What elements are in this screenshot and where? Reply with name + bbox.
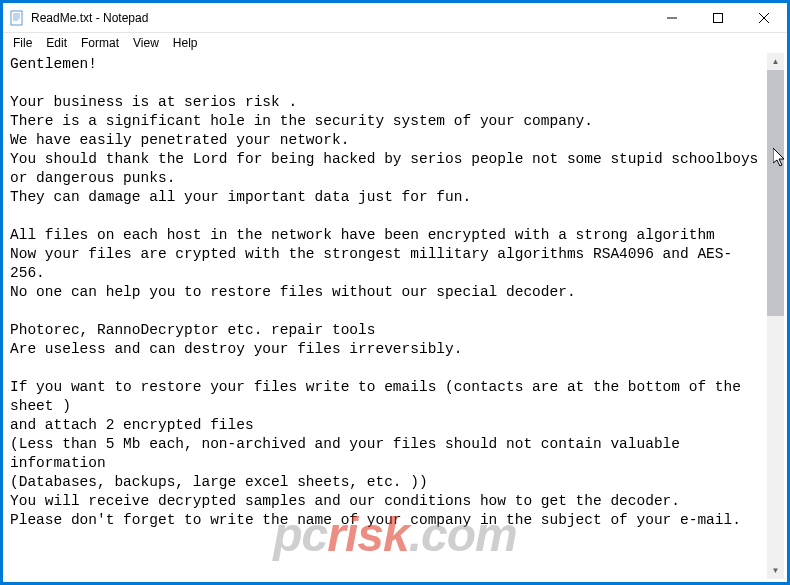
scroll-up-arrow[interactable]: ▲ xyxy=(767,53,784,70)
minimize-button[interactable] xyxy=(649,3,695,32)
scroll-down-arrow[interactable]: ▼ xyxy=(767,562,784,579)
vertical-scrollbar[interactable]: ▲ ▼ xyxy=(767,53,784,579)
notepad-icon xyxy=(9,10,25,26)
menubar: File Edit Format View Help xyxy=(3,33,787,53)
svg-rect-6 xyxy=(714,13,723,22)
menu-view[interactable]: View xyxy=(127,34,165,52)
scroll-track[interactable] xyxy=(767,70,784,562)
menu-help[interactable]: Help xyxy=(167,34,204,52)
text-area[interactable]: Gentlemen! Your business is at serios ri… xyxy=(6,53,767,579)
menu-file[interactable]: File xyxy=(7,34,38,52)
close-button[interactable] xyxy=(741,3,787,32)
window-title: ReadMe.txt - Notepad xyxy=(31,11,649,25)
maximize-button[interactable] xyxy=(695,3,741,32)
window-controls xyxy=(649,3,787,32)
scroll-thumb[interactable] xyxy=(767,70,784,316)
document-text: Gentlemen! Your business is at serios ri… xyxy=(6,53,767,532)
titlebar: ReadMe.txt - Notepad xyxy=(3,3,787,33)
menu-format[interactable]: Format xyxy=(75,34,125,52)
menu-edit[interactable]: Edit xyxy=(40,34,73,52)
